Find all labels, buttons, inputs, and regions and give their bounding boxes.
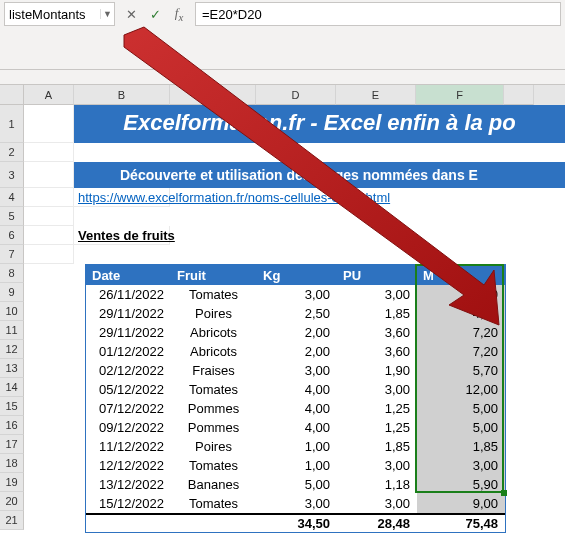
- cell-fruit[interactable]: Abricots: [171, 342, 257, 361]
- row-header[interactable]: 16: [0, 416, 24, 435]
- col-header[interactable]: E: [336, 85, 416, 105]
- tutorial-link[interactable]: https://www.excelformation.fr/noms-cellu…: [78, 190, 390, 205]
- cell-fruit[interactable]: Pommes: [171, 418, 257, 437]
- cell-kg[interactable]: 1,00: [257, 456, 337, 475]
- cell-fruit[interactable]: Fraises: [171, 361, 257, 380]
- row-header[interactable]: 8: [0, 264, 24, 283]
- formula-input[interactable]: [195, 2, 561, 26]
- col-header[interactable]: [504, 85, 534, 105]
- row-header[interactable]: 7: [0, 245, 24, 264]
- row-header[interactable]: 18: [0, 454, 24, 473]
- cell-m[interactable]: 1,85: [417, 437, 505, 456]
- cell-pu[interactable]: 1,25: [337, 399, 417, 418]
- cell-fruit[interactable]: Tomates: [171, 285, 257, 304]
- row-header[interactable]: 21: [0, 511, 24, 530]
- col-header[interactable]: B: [74, 85, 170, 105]
- row-header[interactable]: 17: [0, 435, 24, 454]
- cell-m[interactable]: 7,20: [417, 342, 505, 361]
- cell-kg[interactable]: 1,00: [257, 437, 337, 456]
- cell-m[interactable]: 9,00: [417, 285, 505, 304]
- row-header[interactable]: 5: [0, 207, 24, 226]
- cell-pu[interactable]: 1,85: [337, 304, 417, 323]
- cell-date[interactable]: 11/12/2022: [86, 437, 171, 456]
- cell-kg[interactable]: 2,50: [257, 304, 337, 323]
- cell-m[interactable]: 7,20: [417, 323, 505, 342]
- col-header[interactable]: F: [416, 85, 504, 105]
- cell-kg[interactable]: 4,00: [257, 380, 337, 399]
- row-header[interactable]: 20: [0, 492, 24, 511]
- table-row[interactable]: 02/12/2022Fraises3,001,905,70: [86, 361, 505, 380]
- cell-m[interactable]: 4,63: [417, 304, 505, 323]
- row-header[interactable]: 14: [0, 378, 24, 397]
- cell-date[interactable]: 09/12/2022: [86, 418, 171, 437]
- confirm-icon[interactable]: ✓: [143, 2, 167, 26]
- cell-pu[interactable]: 1,25: [337, 418, 417, 437]
- cell-fruit[interactable]: Abricots: [171, 323, 257, 342]
- row-header[interactable]: 10: [0, 302, 24, 321]
- cell-kg[interactable]: 4,00: [257, 418, 337, 437]
- cell-fruit[interactable]: Poires: [171, 304, 257, 323]
- cell-date[interactable]: 29/11/2022: [86, 304, 171, 323]
- cell-pu[interactable]: 3,00: [337, 494, 417, 513]
- col-header[interactable]: C: [170, 85, 256, 105]
- cell-date[interactable]: 26/11/2022: [86, 285, 171, 304]
- cell-date[interactable]: 07/12/2022: [86, 399, 171, 418]
- row-header[interactable]: 19: [0, 473, 24, 492]
- cell-pu[interactable]: 3,00: [337, 380, 417, 399]
- table-row[interactable]: 07/12/2022Pommes4,001,255,00: [86, 399, 505, 418]
- fx-icon[interactable]: fx: [167, 2, 191, 26]
- table-row[interactable]: 15/12/2022Tomates3,003,009,00: [86, 494, 505, 513]
- row-header[interactable]: 9: [0, 283, 24, 302]
- cell-kg[interactable]: 3,00: [257, 494, 337, 513]
- cell-date[interactable]: 05/12/2022: [86, 380, 171, 399]
- cell-fruit[interactable]: Tomates: [171, 456, 257, 475]
- cell-fruit[interactable]: Pommes: [171, 399, 257, 418]
- cell-fruit[interactable]: Tomates: [171, 380, 257, 399]
- cell-date[interactable]: 12/12/2022: [86, 456, 171, 475]
- cell-date[interactable]: 02/12/2022: [86, 361, 171, 380]
- cell-pu[interactable]: 1,90: [337, 361, 417, 380]
- row-header[interactable]: 13: [0, 359, 24, 378]
- cell-date[interactable]: 01/12/2022: [86, 342, 171, 361]
- cell-pu[interactable]: 3,00: [337, 285, 417, 304]
- cancel-icon[interactable]: ✕: [119, 2, 143, 26]
- cell-pu[interactable]: 3,60: [337, 342, 417, 361]
- table-row[interactable]: 05/12/2022Tomates4,003,0012,00: [86, 380, 505, 399]
- cell-m[interactable]: 12,00: [417, 380, 505, 399]
- col-header[interactable]: A: [24, 85, 74, 105]
- cell-m[interactable]: 5,00: [417, 399, 505, 418]
- cell-fruit[interactable]: Tomates: [171, 494, 257, 513]
- table-row[interactable]: 13/12/2022Bananes5,001,185,90: [86, 475, 505, 494]
- name-box-dropdown[interactable]: ▼: [100, 9, 114, 19]
- cell-fruit[interactable]: Bananes: [171, 475, 257, 494]
- name-box[interactable]: [5, 7, 100, 22]
- select-all-corner[interactable]: [0, 85, 24, 105]
- fill-handle[interactable]: [501, 490, 507, 496]
- cell-kg[interactable]: 3,00: [257, 361, 337, 380]
- cell-m[interactable]: 3,00: [417, 456, 505, 475]
- cell-kg[interactable]: 5,00: [257, 475, 337, 494]
- row-header[interactable]: 15: [0, 397, 24, 416]
- cell-pu[interactable]: 1,85: [337, 437, 417, 456]
- cell-m[interactable]: 5,00: [417, 418, 505, 437]
- data-table[interactable]: Date Fruit Kg PU M 26/11/2022Tomates3,00…: [85, 264, 506, 533]
- cell-pu[interactable]: 3,60: [337, 323, 417, 342]
- table-row[interactable]: 26/11/2022Tomates3,003,009,00: [86, 285, 505, 304]
- cell-m[interactable]: 5,90: [417, 475, 505, 494]
- table-row[interactable]: 29/11/2022Abricots2,003,607,20: [86, 323, 505, 342]
- cell-fruit[interactable]: Poires: [171, 437, 257, 456]
- table-row[interactable]: 29/11/2022Poires2,501,854,63: [86, 304, 505, 323]
- cell-m[interactable]: 5,70: [417, 361, 505, 380]
- row-header[interactable]: 2: [0, 143, 24, 162]
- row-header[interactable]: 6: [0, 226, 24, 245]
- cell-kg[interactable]: 4,00: [257, 399, 337, 418]
- row-header[interactable]: 1: [0, 105, 24, 143]
- cell-m[interactable]: 9,00: [417, 494, 505, 513]
- cell-date[interactable]: 29/11/2022: [86, 323, 171, 342]
- table-row[interactable]: 09/12/2022Pommes4,001,255,00: [86, 418, 505, 437]
- cell-kg[interactable]: 3,00: [257, 285, 337, 304]
- table-row[interactable]: 12/12/2022Tomates1,003,003,00: [86, 456, 505, 475]
- cells[interactable]: Excelformation.fr - Excel enfin à la po …: [24, 105, 565, 530]
- cell-date[interactable]: 15/12/2022: [86, 494, 171, 513]
- row-header[interactable]: 3: [0, 162, 24, 188]
